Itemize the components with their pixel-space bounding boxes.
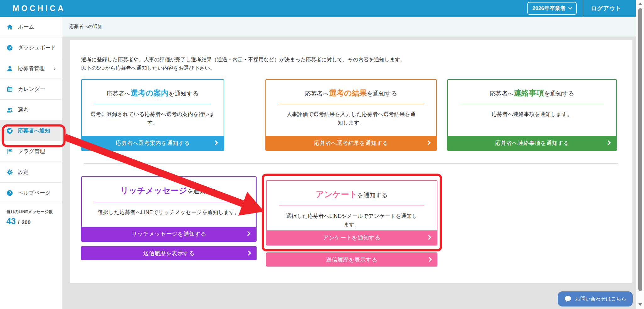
scrollbar-up-arrow[interactable] xyxy=(638,3,642,5)
notification-panel: 選考に登録した応募者や、人事の評価が完了し選考結果（通過・内定・不採用など）が決… xyxy=(70,40,632,283)
card-survey: アンケートを通知する 選択した応募者へLINEやメールでアンケートを通知します。… xyxy=(266,180,437,246)
chevron-right-icon xyxy=(426,141,431,146)
card-selection-result: 応募者へ選考の結果を通知する 人事評価で選考結果を入力した応募者へ選考結果を通知… xyxy=(265,79,437,151)
sidebar-item-settings[interactable]: 設定 xyxy=(0,162,62,183)
speech-bubble-icon xyxy=(564,295,572,302)
home-icon xyxy=(6,24,13,30)
chevron-right-icon xyxy=(606,141,611,146)
sidebar-item-flags[interactable]: フラグ管理 xyxy=(0,141,62,162)
card-selection-guidance: 応募者へ選考の案内を通知する 選考に登録されている応募者へ選考の案内を行います。… xyxy=(81,79,224,151)
chevron-down-icon xyxy=(568,5,572,9)
logout-button[interactable]: ログアウト xyxy=(591,4,621,13)
svg-text:?: ? xyxy=(8,191,11,195)
card-title-divider xyxy=(279,104,424,104)
calendar-icon xyxy=(6,86,13,93)
line-message-counter: 当月のLINEメッセージ数 43 / 200 xyxy=(0,203,62,232)
card-description: 応募者へ連絡事項を通知します。 xyxy=(456,110,608,119)
card-rich-message: リッチメッセージを通知する 選択した応募者へLINEでリッチメッセージを通知しま… xyxy=(81,176,257,242)
sidebar-item-dashboard[interactable]: ダッシュボード xyxy=(0,37,62,58)
notify-selection-guidance-button[interactable]: 応募者へ選考案内を通知する xyxy=(82,136,224,150)
applicant-icon xyxy=(6,65,13,72)
card-title-divider xyxy=(94,104,211,104)
chevron-right-icon xyxy=(426,235,431,240)
card-description: 選択した応募者へLINEやメールでアンケートを通知します。 xyxy=(286,212,418,229)
sidebar-item-applicants[interactable]: 応募者管理 › xyxy=(0,58,62,79)
page-scrollbar[interactable] xyxy=(636,0,644,309)
sidebar-item-selection[interactable]: 選考 xyxy=(0,100,62,120)
graduation-year-label: 2026年卒業者 xyxy=(532,5,566,12)
sidebar-item-calendar[interactable]: カレンダー xyxy=(0,79,62,100)
card-title: 応募者へ選考の案内を通知する xyxy=(82,88,224,98)
description-line-1: 選考に登録した応募者や、人事の評価が完了し選考結果（通過・内定・不採用など）が決… xyxy=(81,55,621,64)
chevron-right-icon xyxy=(246,231,251,236)
graduation-year-dropdown[interactable]: 2026年卒業者 xyxy=(527,2,577,15)
notify-survey-button[interactable]: アンケートを通知する xyxy=(267,230,437,245)
rich-message-history-button[interactable]: 送信履歴を表示する xyxy=(81,246,257,260)
breadcrumb: 応募者への通知 xyxy=(62,17,644,37)
help-icon: ? xyxy=(6,190,13,196)
chevron-right-icon xyxy=(427,257,432,262)
gear-icon xyxy=(6,169,13,176)
topbar-divider xyxy=(583,0,583,17)
send-icon xyxy=(6,127,13,134)
line-counter-total: 200 xyxy=(22,219,31,226)
survey-history-button[interactable]: 送信履歴を表示する xyxy=(266,252,437,267)
contact-chat-button[interactable]: お問い合わせはこちら xyxy=(558,291,633,306)
card-description: 選考に登録されている応募者へ選考の案内を行います。 xyxy=(90,110,215,127)
card-title: アンケートを通知する xyxy=(267,189,437,200)
card-title-divider xyxy=(460,104,604,104)
sidebar-item-help[interactable]: ? ヘルプページ xyxy=(0,183,62,203)
scrollbar-thumb[interactable] xyxy=(638,8,642,291)
flag-icon xyxy=(6,148,13,155)
card-contact-info: 応募者へ連絡事項を通知する 応募者へ連絡事項を通知します。 応募者へ連絡事項を通… xyxy=(447,79,617,151)
notify-rich-message-button[interactable]: リッチメッセージを通知する xyxy=(82,227,256,241)
sidebar: ホーム ダッシュボード 応募者管理 › カレンダー 選考 応募者へ通知 フラグ管… xyxy=(0,17,62,309)
card-description: 人事評価で選考結果を入力した応募者へ選考結果を通知します。 xyxy=(285,110,417,127)
line-counter-label: 当月のLINEメッセージ数 xyxy=(6,209,56,215)
card-title-divider xyxy=(94,202,243,202)
chevron-right-icon xyxy=(213,141,218,146)
sidebar-item-home[interactable]: ホーム xyxy=(0,17,62,37)
notify-contact-info-button[interactable]: 応募者へ連絡事項を通知する xyxy=(448,136,616,150)
chevron-right-icon: › xyxy=(54,66,56,71)
top-bar: MOCHICA 2026年卒業者 ログアウト xyxy=(0,0,644,17)
line-counter-used: 43 xyxy=(6,217,16,226)
scrollbar-down-arrow[interactable] xyxy=(638,303,642,306)
card-title: リッチメッセージを通知する xyxy=(82,185,256,196)
card-title-divider xyxy=(279,206,424,206)
card-title: 応募者へ連絡事項を通知する xyxy=(448,88,616,98)
sidebar-item-notify-applicants[interactable]: 応募者へ通知 xyxy=(0,120,62,141)
notify-selection-result-button[interactable]: 応募者へ選考結果を通知する xyxy=(266,136,436,150)
description-line-2: 以下の5つから応募者へ通知したい内容をお選び下さい。 xyxy=(81,64,621,72)
rows-divider xyxy=(84,163,618,164)
card-description: 選択した応募者へLINEでリッチメッセージを通知します。 xyxy=(90,208,248,217)
selection-icon xyxy=(6,107,13,113)
brand-logo: MOCHICA xyxy=(13,4,65,13)
dashboard-icon xyxy=(6,44,13,51)
card-title: 応募者へ選考の結果を通知する xyxy=(266,88,436,98)
chevron-right-icon xyxy=(246,251,251,256)
